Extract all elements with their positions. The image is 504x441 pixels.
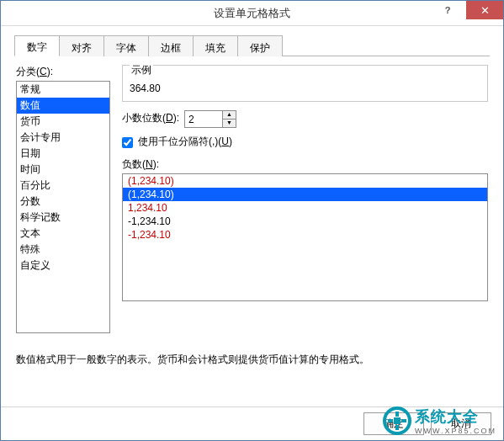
window-controls: ? ✕ [429,1,503,25]
decimal-label: 小数位数(D): [122,111,179,125]
category-item[interactable]: 分数 [17,194,109,210]
category-listbox[interactable]: 常规数值货币会计专用日期时间百分比分数科学记数文本特殊自定义 [16,81,110,333]
category-item[interactable]: 数值 [17,98,109,114]
titlebar: 设置单元格格式 ? ✕ [1,1,503,26]
tab-4[interactable]: 填充 [193,35,238,56]
thousands-row: 使用千位分隔符(,)(U) [122,135,488,151]
tab-0[interactable]: 数字 [14,35,60,56]
ok-button[interactable]: 确定 [363,412,424,435]
example-group-label: 示例 [130,63,153,77]
category-item[interactable]: 自定义 [17,258,109,274]
thousands-label: 使用千位分隔符(,)(U) [138,135,232,149]
category-item[interactable]: 科学记数 [17,210,109,226]
footer: 确定 取消 系统大全 WWW.XP85.COM [1,406,503,440]
spin-down-icon[interactable]: ▼ [223,120,236,127]
tab-2[interactable]: 字体 [103,35,149,56]
category-column: 分类(C): 常规数值货币会计专用日期时间百分比分数科学记数文本特殊自定义 [16,65,110,336]
spin-buttons: ▲ ▼ [222,111,236,127]
category-item[interactable]: 特殊 [17,242,109,258]
example-group: 示例 364.80 [122,65,488,102]
decimal-spinner[interactable]: ▲ ▼ [184,110,236,128]
category-item[interactable]: 日期 [17,146,109,162]
spin-up-icon[interactable]: ▲ [223,111,236,120]
settings-column: 示例 364.80 小数位数(D): ▲ ▼ [122,65,488,336]
thousands-checkbox[interactable] [122,137,133,148]
negative-item[interactable]: (1,234.10) [123,188,487,201]
negative-item[interactable]: 1,234.10 [123,201,487,215]
category-item[interactable]: 文本 [17,226,109,242]
category-item[interactable]: 时间 [17,162,109,178]
client-area: 数字对齐字体边框填充保护 分类(C): 常规数值货币会计专用日期时间百分比分数科… [1,26,503,406]
category-label: 分类(C): [16,65,110,79]
help-button[interactable]: ? [429,1,466,19]
decimal-row: 小数位数(D): ▲ ▼ [122,110,488,128]
tab-5[interactable]: 保护 [237,35,283,56]
cancel-button[interactable]: 取消 [431,412,491,435]
dialog-window: 设置单元格格式 ? ✕ 数字对齐字体边框填充保护 分类(C): 常规数值货币会计… [0,0,504,441]
category-item[interactable]: 会计专用 [17,130,109,146]
decimal-input[interactable] [185,111,222,127]
close-button[interactable]: ✕ [466,1,503,19]
negative-listbox[interactable]: (1,234.10)(1,234.10)1,234.10-1,234.10-1,… [122,173,488,301]
format-description: 数值格式用于一般数字的表示。货币和会计格式则提供货币值计算的专用格式。 [14,346,490,396]
negative-label: 负数(N): [122,157,488,172]
category-item[interactable]: 常规 [17,82,109,98]
negative-item[interactable]: -1,234.10 [123,228,487,242]
tab-strip: 数字对齐字体边框填充保护 [14,35,490,56]
tab-3[interactable]: 边框 [148,35,194,56]
window-title: 设置单元格格式 [1,6,503,21]
category-item[interactable]: 百分比 [17,178,109,194]
negative-item[interactable]: (1,234.10) [123,174,487,188]
negative-item[interactable]: -1,234.10 [123,215,487,228]
tab-1[interactable]: 对齐 [59,35,104,56]
category-item[interactable]: 货币 [17,114,109,130]
example-value: 364.80 [130,82,480,94]
number-panel: 分类(C): 常规数值货币会计专用日期时间百分比分数科学记数文本特殊自定义 示例… [14,56,490,336]
